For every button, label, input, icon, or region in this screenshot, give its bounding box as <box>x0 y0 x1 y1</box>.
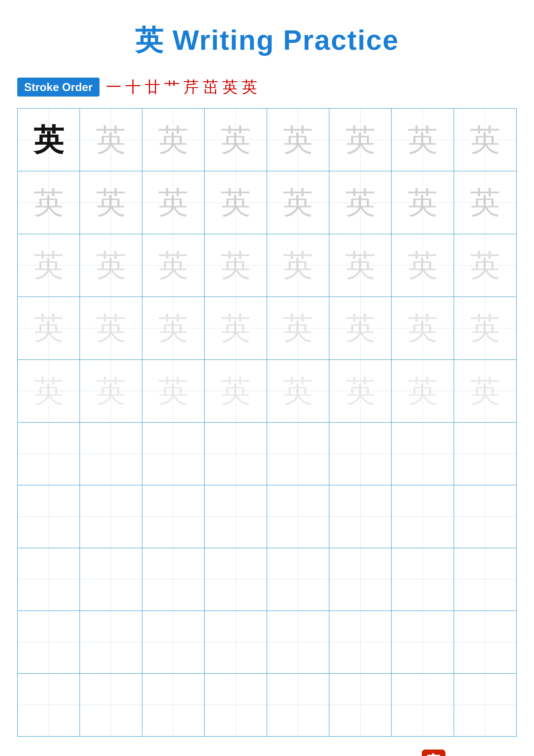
grid-cell[interactable] <box>205 674 267 736</box>
grid-cell[interactable] <box>205 422 267 485</box>
grid-cell[interactable] <box>205 548 267 610</box>
grid-cell[interactable] <box>454 422 516 485</box>
grid-cell[interactable] <box>18 485 80 548</box>
grid-cell[interactable] <box>142 422 205 485</box>
grid-cell[interactable] <box>18 674 80 736</box>
grid-cell[interactable]: 英 <box>142 297 205 359</box>
grid-cell[interactable] <box>454 674 516 736</box>
stroke-char-2: 廿 <box>145 77 160 97</box>
grid-cell[interactable] <box>329 674 392 736</box>
grid-row: 英英英英英英英英 <box>18 297 516 360</box>
grid-cell[interactable]: 英 <box>205 234 267 297</box>
practice-grid: 英英英英英英英英英英英英英英英英英英英英英英英英英英英英英英英英英英英英英英英英 <box>17 108 517 737</box>
grid-cell[interactable] <box>329 422 392 485</box>
grid-cell[interactable] <box>80 485 142 548</box>
grid-cell[interactable]: 英 <box>329 360 392 422</box>
grid-cell[interactable]: 英 <box>392 234 454 297</box>
practice-char: 英 <box>470 187 500 218</box>
grid-cell[interactable] <box>80 548 142 610</box>
grid-cell[interactable]: 英 <box>329 109 392 171</box>
grid-cell[interactable]: 英 <box>142 171 205 233</box>
stroke-char-5: 茁 <box>203 77 218 97</box>
grid-cell[interactable] <box>392 548 454 610</box>
practice-char: 英 <box>220 250 251 281</box>
grid-cell[interactable]: 英 <box>329 171 392 233</box>
grid-row <box>18 422 516 485</box>
grid-cell[interactable] <box>392 674 454 736</box>
grid-cell[interactable]: 英 <box>454 234 516 297</box>
grid-cell[interactable] <box>454 611 516 673</box>
grid-cell[interactable] <box>392 422 454 485</box>
grid-cell[interactable]: 英 <box>18 234 80 297</box>
grid-cell[interactable] <box>454 548 516 610</box>
grid-cell[interactable]: 英 <box>18 297 80 359</box>
grid-cell[interactable]: 英 <box>267 109 329 171</box>
grid-cell[interactable] <box>142 485 205 548</box>
grid-cell[interactable]: 英 <box>454 297 516 359</box>
grid-cell[interactable] <box>142 611 205 673</box>
grid-cell[interactable]: 英 <box>392 171 454 233</box>
practice-char: 英 <box>96 250 126 281</box>
footer-url[interactable]: https://www.strokeorder.com/chinese/英 <box>19 754 201 756</box>
grid-cell[interactable] <box>329 485 392 548</box>
practice-char: 英 <box>283 313 313 343</box>
grid-cell[interactable] <box>267 485 329 548</box>
grid-cell[interactable]: 英 <box>392 109 454 171</box>
grid-cell[interactable]: 英 <box>329 297 392 359</box>
grid-cell[interactable] <box>454 485 516 548</box>
grid-cell[interactable]: 英 <box>392 360 454 422</box>
grid-cell[interactable]: 英 <box>80 297 142 359</box>
practice-char: 英 <box>96 313 126 343</box>
grid-cell[interactable]: 英 <box>18 360 80 422</box>
grid-cell[interactable]: 英 <box>18 171 80 233</box>
grid-cell[interactable] <box>267 422 329 485</box>
grid-row <box>18 674 516 736</box>
grid-cell[interactable]: 英 <box>80 360 142 422</box>
grid-cell[interactable] <box>267 611 329 673</box>
grid-cell[interactable]: 英 <box>454 171 516 233</box>
grid-cell[interactable] <box>18 422 80 485</box>
grid-cell[interactable]: 英 <box>80 171 142 233</box>
grid-cell[interactable]: 英 <box>18 109 80 171</box>
grid-cell[interactable]: 英 <box>454 360 516 422</box>
practice-char: 英 <box>408 250 438 281</box>
practice-char: 英 <box>345 125 375 155</box>
grid-cell[interactable] <box>329 611 392 673</box>
grid-cell[interactable]: 英 <box>205 109 267 171</box>
grid-cell[interactable] <box>142 548 205 610</box>
grid-cell[interactable] <box>267 674 329 736</box>
grid-cell[interactable] <box>142 674 205 736</box>
grid-cell[interactable] <box>18 611 80 673</box>
grid-cell[interactable] <box>392 611 454 673</box>
grid-cell[interactable] <box>267 548 329 610</box>
grid-cell[interactable]: 英 <box>205 360 267 422</box>
grid-cell[interactable] <box>205 485 267 548</box>
grid-row <box>18 611 516 674</box>
grid-cell[interactable]: 英 <box>267 360 329 422</box>
grid-cell[interactable]: 英 <box>142 234 205 297</box>
grid-cell[interactable]: 英 <box>267 297 329 359</box>
grid-cell[interactable]: 英 <box>267 234 329 297</box>
practice-char: 英 <box>158 250 188 281</box>
grid-cell[interactable]: 英 <box>205 171 267 233</box>
practice-char: 英 <box>96 187 126 218</box>
grid-cell[interactable]: 英 <box>142 109 205 171</box>
grid-cell[interactable]: 英 <box>80 109 142 171</box>
grid-cell[interactable]: 英 <box>80 234 142 297</box>
grid-cell[interactable]: 英 <box>142 360 205 422</box>
grid-cell[interactable] <box>392 485 454 548</box>
grid-row: 英英英英英英英英 <box>18 171 516 234</box>
grid-cell[interactable]: 英 <box>454 109 516 171</box>
grid-cell[interactable] <box>80 422 142 485</box>
grid-cell[interactable] <box>18 548 80 610</box>
grid-cell[interactable]: 英 <box>392 297 454 359</box>
grid-cell[interactable] <box>329 548 392 610</box>
grid-cell[interactable] <box>205 611 267 673</box>
grid-cell[interactable] <box>80 611 142 673</box>
grid-cell[interactable]: 英 <box>205 297 267 359</box>
grid-cell[interactable]: 英 <box>329 234 392 297</box>
stroke-char-4: 芹 <box>184 77 199 97</box>
grid-cell[interactable] <box>80 674 142 736</box>
grid-row <box>18 548 516 611</box>
grid-cell[interactable]: 英 <box>267 171 329 233</box>
